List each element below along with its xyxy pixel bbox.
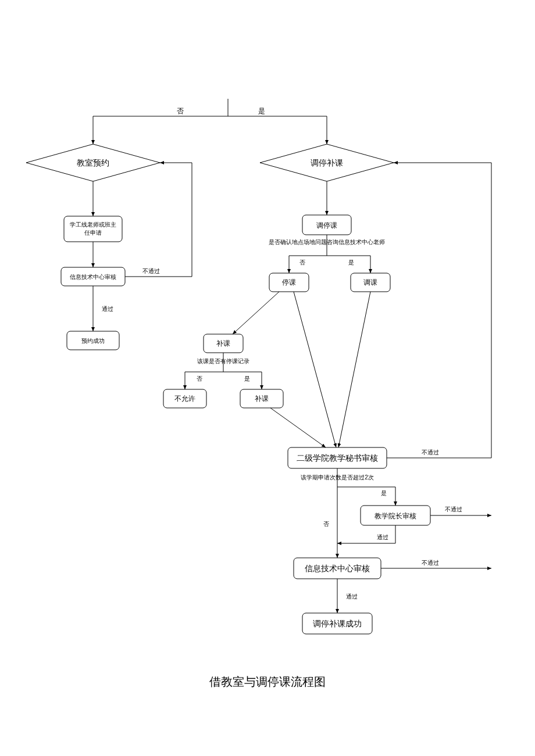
- process-apply-label1: 学工线老师或班主: [70, 221, 116, 228]
- diagram-caption: 借教室与调停课流程图: [0, 674, 535, 690]
- edge-label-yes-top: 是: [258, 107, 265, 115]
- edge-fail-dean: 不通过: [445, 506, 462, 513]
- process-change-label: 调课: [363, 278, 377, 286]
- process-success-label: 调停补课成功: [313, 619, 362, 628]
- process-apply-label2: 任申请: [84, 230, 102, 236]
- question-location: 是否确认地点场地问题咨询信息技术中心老师: [269, 239, 385, 245]
- svg-line-10: [270, 408, 326, 447]
- edge-no-stoprec: 否: [197, 375, 202, 382]
- edge-fail-secretary: 不通过: [422, 449, 439, 456]
- process-not-allowed-label: 不允许: [174, 395, 195, 403]
- edge-fail-left: 不通过: [142, 268, 160, 274]
- process-itc-review2-label: 信息技术中心审核: [305, 564, 370, 573]
- edge-fail-itc2: 不通过: [422, 560, 439, 566]
- process-stop-label: 停课: [282, 278, 296, 286]
- process-secretary-label: 二级学院教学秘书审核: [297, 453, 378, 463]
- svg-line-6: [233, 292, 279, 334]
- decision-adjust-label: 调停补课: [311, 158, 343, 167]
- svg-line-8: [294, 292, 336, 447]
- process-dean-label: 教学院长审核: [374, 512, 416, 520]
- decision-reserve-label: 教室预约: [77, 158, 109, 167]
- svg-line-9: [338, 292, 370, 447]
- edge-yes-stoprec: 是: [244, 375, 250, 382]
- question-has-stop: 该课是否有停课记录: [197, 358, 249, 364]
- process-adjust-course-label: 调停课: [316, 221, 337, 230]
- process-itc-review-label: 信息技术中心审核: [70, 274, 116, 280]
- process-apply: [64, 216, 122, 242]
- edge-pass-dean: 通过: [377, 534, 388, 540]
- edge-no-loc: 否: [299, 259, 305, 266]
- process-makeup2-label: 补课: [255, 395, 269, 403]
- edge-label-no-top: 否: [177, 107, 184, 115]
- process-reserve-ok-label: 预约成功: [81, 338, 105, 344]
- edge-yes-over2: 是: [381, 490, 387, 496]
- edge-pass-left: 通过: [102, 306, 113, 312]
- process-makeup1-label: 补课: [216, 339, 230, 347]
- edge-pass-itc2: 通过: [346, 593, 358, 600]
- edge-no-over2: 否: [323, 521, 329, 527]
- question-over2: 该学期申请次数是否超过2次: [301, 474, 374, 481]
- edge-yes-loc: 是: [348, 259, 354, 266]
